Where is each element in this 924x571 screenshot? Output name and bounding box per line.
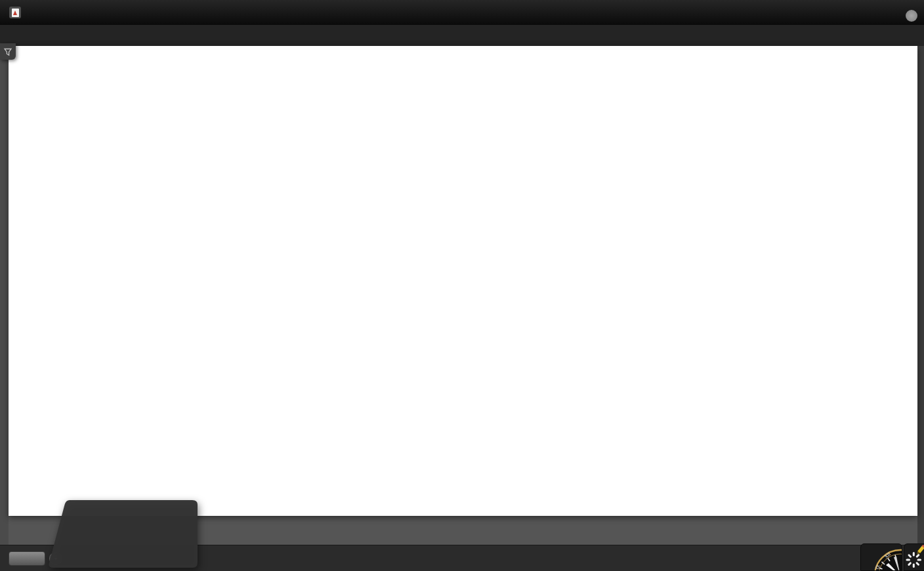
share-menu-bubble (47, 499, 198, 568)
document-canvas (9, 46, 917, 516)
edit-activity-button[interactable] (904, 543, 924, 571)
close-icon[interactable] (906, 10, 917, 22)
filter-funnel-icon (3, 47, 12, 56)
menubar (0, 0, 924, 25)
share-button[interactable] (9, 551, 45, 566)
share-menu (47, 499, 198, 568)
toolbar: ▼ ✔ (0, 25, 924, 46)
clock-icon: XII IX (861, 544, 902, 571)
left-frame (0, 46, 9, 545)
app-window: ▼ ✔ (0, 0, 924, 571)
pencil-spinner-icon (904, 544, 924, 571)
acrobat-logo-icon (9, 7, 21, 18)
brand-title (25, 6, 28, 19)
right-frame (917, 46, 924, 545)
history-clock-button[interactable]: XII IX (860, 543, 902, 571)
filter-tab[interactable] (0, 43, 16, 60)
